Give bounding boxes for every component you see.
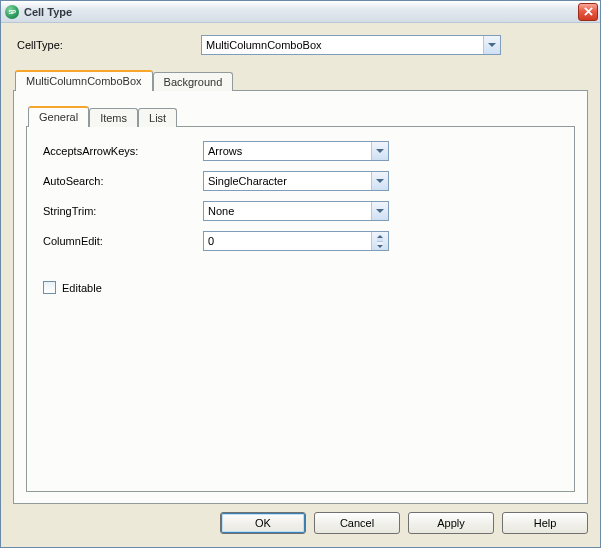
string-trim-combo[interactable]: None (203, 201, 389, 221)
row-auto-search: AutoSearch: SingleCharacter (43, 171, 558, 191)
celltype-row: CellType: MultiColumnComboBox (13, 35, 588, 55)
celltype-combo-text: MultiColumnComboBox (206, 39, 483, 51)
column-edit-spin-up[interactable] (377, 232, 383, 241)
chevron-down-icon (377, 245, 383, 248)
column-edit-spin-buttons (371, 232, 388, 250)
tab-label: Items (100, 112, 127, 124)
string-trim-value: None (208, 205, 371, 217)
chevron-down-icon (488, 43, 496, 47)
chevron-up-icon (377, 235, 383, 238)
column-edit-spin-down[interactable] (377, 241, 383, 250)
inner-tab-panel: AcceptsArrowKeys: Arrows (26, 126, 575, 492)
tab-multicolumncombobox[interactable]: MultiColumnComboBox (15, 70, 153, 91)
accepts-arrow-keys-value: Arrows (208, 145, 371, 157)
outer-tab-panel: General Items List AcceptsArrowKeys: (13, 90, 588, 504)
celltype-combo[interactable]: MultiColumnComboBox (201, 35, 501, 55)
chevron-down-icon (376, 149, 384, 153)
celltype-combo-button[interactable] (483, 36, 500, 54)
tab-label: Background (164, 76, 223, 88)
chevron-down-icon (376, 179, 384, 183)
outer-tabstrip: MultiColumnComboBox Background (13, 69, 588, 90)
inner-tab-control: General Items List AcceptsArrowKeys: (26, 105, 575, 492)
tab-items[interactable]: Items (89, 108, 138, 127)
tab-label: List (149, 112, 166, 124)
close-button[interactable] (578, 3, 598, 21)
accepts-arrow-keys-combo-button[interactable] (371, 142, 388, 160)
ok-button-label: OK (255, 517, 271, 529)
accepts-arrow-keys-label: AcceptsArrowKeys: (43, 145, 203, 157)
apply-button-label: Apply (437, 517, 465, 529)
ok-button[interactable]: OK (220, 512, 306, 534)
help-button[interactable]: Help (502, 512, 588, 534)
row-editable: Editable (43, 281, 558, 294)
chevron-down-icon (376, 209, 384, 213)
row-column-edit: ColumnEdit: 0 (43, 231, 558, 251)
inner-tabstrip: General Items List (26, 105, 575, 126)
auto-search-label: AutoSearch: (43, 175, 203, 187)
tab-list[interactable]: List (138, 108, 177, 127)
row-string-trim: StringTrim: None (43, 201, 558, 221)
dialog-button-row: OK Cancel Apply Help (13, 504, 588, 534)
cell-type-dialog: Cell Type CellType: MultiColumnComboBox … (0, 0, 601, 548)
titlebar: Cell Type (1, 1, 600, 23)
tab-background[interactable]: Background (153, 72, 234, 91)
apply-button[interactable]: Apply (408, 512, 494, 534)
row-accepts-arrow-keys: AcceptsArrowKeys: Arrows (43, 141, 558, 161)
cancel-button[interactable]: Cancel (314, 512, 400, 534)
accepts-arrow-keys-combo[interactable]: Arrows (203, 141, 389, 161)
cancel-button-label: Cancel (340, 517, 374, 529)
close-icon (584, 7, 593, 16)
help-button-label: Help (534, 517, 557, 529)
app-icon (5, 5, 19, 19)
auto-search-value: SingleCharacter (208, 175, 371, 187)
auto-search-combo[interactable]: SingleCharacter (203, 171, 389, 191)
editable-checkbox[interactable] (43, 281, 56, 294)
tab-label: General (39, 111, 78, 123)
string-trim-label: StringTrim: (43, 205, 203, 217)
tab-label: MultiColumnComboBox (26, 75, 142, 87)
tab-general[interactable]: General (28, 106, 89, 127)
column-edit-value: 0 (204, 232, 371, 250)
auto-search-combo-button[interactable] (371, 172, 388, 190)
window-title: Cell Type (24, 6, 578, 18)
client-area: CellType: MultiColumnComboBox MultiColum… (1, 23, 600, 547)
column-edit-label: ColumnEdit: (43, 235, 203, 247)
outer-tab-control: MultiColumnComboBox Background General I… (13, 69, 588, 504)
editable-label: Editable (62, 282, 102, 294)
column-edit-spinner[interactable]: 0 (203, 231, 389, 251)
celltype-label: CellType: (13, 39, 201, 51)
string-trim-combo-button[interactable] (371, 202, 388, 220)
